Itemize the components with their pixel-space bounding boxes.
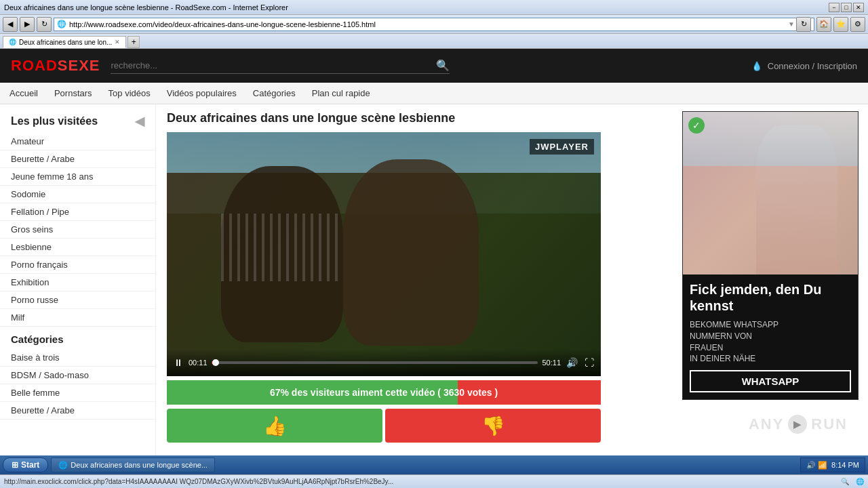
home-button[interactable]: 🏠 [816, 17, 831, 32]
vote-buttons: 👍 👎 [167, 409, 601, 443]
sidebar-item-fellation[interactable]: Fellation / Pipe [0, 203, 155, 221]
sidebar-item-jeune-femme[interactable]: Jeune femme 18 ans [0, 168, 155, 186]
taskbar-clock: 🔊 📶 8:14 PM [800, 458, 865, 472]
go-button[interactable]: ↻ [796, 17, 811, 32]
play-pause-button[interactable]: ⏸ [172, 356, 184, 369]
sidebar-item-exhibition[interactable]: Exhibition [0, 274, 155, 291]
progress-dot [212, 359, 219, 366]
anyrun-text-any: ANY [749, 415, 784, 433]
rating-text: 67% des visiteurs aiment cette vidéo ( 3… [270, 387, 498, 398]
sidebar: Les plus visitées ◀ Amateur Beurette / A… [0, 104, 156, 474]
ad-sidebar: ✓ Fick jemden, den Du kennst BEKOMME WHA… [671, 104, 868, 474]
forward-button[interactable]: ▶ [20, 17, 35, 32]
video-thumbnail [167, 132, 601, 376]
nav-plan-cul[interactable]: Plan cul rapide [311, 88, 372, 98]
nav-categories[interactable]: Catégories [252, 88, 297, 98]
thumbs-down-icon: 👎 [481, 415, 505, 437]
sidebar-toggle-button[interactable]: ◀ [135, 114, 144, 129]
tab-favicon: 🌐 [9, 39, 16, 45]
tab-close-button[interactable]: ✕ [115, 39, 120, 45]
sidebar-item-belle-femme[interactable]: Belle femme [0, 384, 155, 402]
sidebar-item-beurette[interactable]: Beurette / Arabe [0, 150, 155, 168]
vote-down-button[interactable]: 👎 [385, 409, 601, 443]
content-area: Les plus visitées ◀ Amateur Beurette / A… [0, 104, 868, 474]
progress-bar[interactable] [212, 361, 538, 364]
refresh-button[interactable]: ↻ [37, 17, 52, 32]
sidebar-item-bdsm[interactable]: BDSM / Sado-maso [0, 367, 155, 384]
anyrun-play-icon: ▶ [788, 415, 807, 434]
site-header: ROADSEXE 🔍 💧 Connexion / Inscription [0, 49, 868, 83]
ad-box[interactable]: ✓ Fick jemden, den Du kennst BEKOMME WHA… [682, 111, 859, 400]
nav-videos-populaires[interactable]: Vidéos populaires [165, 88, 238, 98]
fullscreen-button[interactable]: ⛶ [583, 356, 595, 369]
ad-image: ✓ [683, 112, 858, 274]
tools-button[interactable]: ⚙ [850, 17, 865, 32]
nav-pornstars[interactable]: Pornstars [53, 88, 94, 98]
ad-body: BEKOMME WHATSAPP NUMMERN VON FRAUEN IN D… [690, 319, 851, 365]
video-player[interactable]: JWPLAYER ⏸ 00:11 50:11 🔊 ⛶ [167, 132, 601, 376]
nav-accueil[interactable]: Accueil [8, 88, 39, 98]
sidebar-item-beurette2[interactable]: Beurette / Arabe [0, 402, 155, 420]
video-controls: ⏸ 00:11 50:11 🔊 ⛶ [167, 349, 601, 376]
jw-badge: JWPLAYER [530, 139, 594, 155]
search-input[interactable] [111, 58, 436, 73]
sidebar-item-porno-russe[interactable]: Porno russe [0, 291, 155, 309]
anyrun-watermark: ANY ▶ RUN [749, 415, 848, 434]
address-input[interactable] [69, 20, 788, 28]
nav-bar: Accueil Pornstars Top vidéos Vidéos popu… [0, 83, 868, 104]
volume-button[interactable]: 🔊 [565, 356, 579, 369]
start-button[interactable]: ⊞ Start [3, 458, 48, 472]
close-button[interactable]: ✕ [853, 3, 864, 12]
new-tab-button[interactable]: + [127, 36, 140, 48]
sidebar-most-visited-title: Les plus visitées ◀ [0, 111, 155, 133]
sidebar-item-baise-trois[interactable]: Baise à trois [0, 349, 155, 367]
nav-top-videos[interactable]: Top vidéos [107, 88, 152, 98]
video-title: Deux africaines dans une longue scène le… [167, 111, 660, 125]
sidebar-item-amateur[interactable]: Amateur [0, 133, 155, 150]
ad-background [683, 112, 858, 166]
address-icon: 🌐 [57, 20, 66, 28]
tab-label: Deux africaines dans une lon... [19, 39, 112, 46]
taskbar-ie-window[interactable]: 🌐 Deux africaines dans une longue scène.… [51, 458, 215, 472]
figure-right [343, 159, 479, 346]
clock: 8:14 PM [831, 461, 859, 469]
maximize-button[interactable]: □ [841, 3, 852, 12]
ad-check-icon: ✓ [688, 117, 705, 134]
login-button[interactable]: 💧 Connexion / Inscription [751, 61, 857, 71]
vote-up-button[interactable]: 👍 [167, 409, 382, 443]
start-label: Start [21, 460, 39, 470]
favorites-button[interactable]: ⭐ [833, 17, 848, 32]
rating-bar: 67% des visiteurs aiment cette vidéo ( 3… [167, 380, 601, 405]
windows-icon: ⊞ [12, 460, 18, 470]
address-dropdown[interactable]: ▼ [788, 20, 795, 28]
login-text: Connexion / Inscription [768, 61, 857, 71]
active-tab[interactable]: 🌐 Deux africaines dans une lon... ✕ [3, 36, 126, 48]
thumbs-up-icon: 👍 [263, 415, 287, 437]
site-logo[interactable]: ROADSEXE [11, 57, 100, 75]
ad-text-area: Fick jemden, den Du kennst BEKOMME WHATS… [683, 274, 858, 399]
minimize-button[interactable]: − [829, 3, 840, 12]
main-content: Deux africaines dans une longue scène le… [156, 104, 671, 474]
logo-sexe: SEXE [58, 57, 100, 74]
address-bar-container[interactable]: 🌐 ▼ ↻ [54, 18, 814, 31]
sidebar-item-sodomie[interactable]: Sodomie [0, 186, 155, 203]
sidebar-item-gros-seins[interactable]: Gros seins [0, 221, 155, 239]
taskbar-icons: 🔊 📶 [806, 461, 827, 470]
search-button[interactable]: 🔍 [436, 59, 450, 72]
search-bar: 🔍 [111, 58, 450, 74]
sidebar-item-porno-francais[interactable]: Porno français [0, 256, 155, 274]
time-total: 50:11 [542, 359, 561, 367]
logo-road: ROAD [11, 57, 58, 74]
time-current: 00:11 [189, 359, 208, 367]
browser-tabs: 🌐 Deux africaines dans une lon... ✕ + [0, 34, 868, 49]
sidebar-item-milf[interactable]: Milf [0, 309, 155, 327]
browser-toolbar: ◀ ▶ ↻ 🌐 ▼ ↻ 🏠 ⭐ ⚙ [0, 15, 868, 34]
shirt-pattern [221, 214, 343, 281]
window-controls: − □ ✕ [829, 3, 864, 12]
ad-cta-button[interactable]: WHATSAPP [690, 370, 851, 392]
taskbar-window-label: Deux africaines dans une longue scène... [71, 461, 208, 469]
sidebar-item-lesbienne[interactable]: Lesbienne [0, 239, 155, 256]
taskbar: ⊞ Start 🌐 Deux africaines dans une longu… [0, 455, 868, 474]
back-button[interactable]: ◀ [3, 17, 18, 32]
ad-headline: Fick jemden, den Du kennst [690, 281, 851, 314]
